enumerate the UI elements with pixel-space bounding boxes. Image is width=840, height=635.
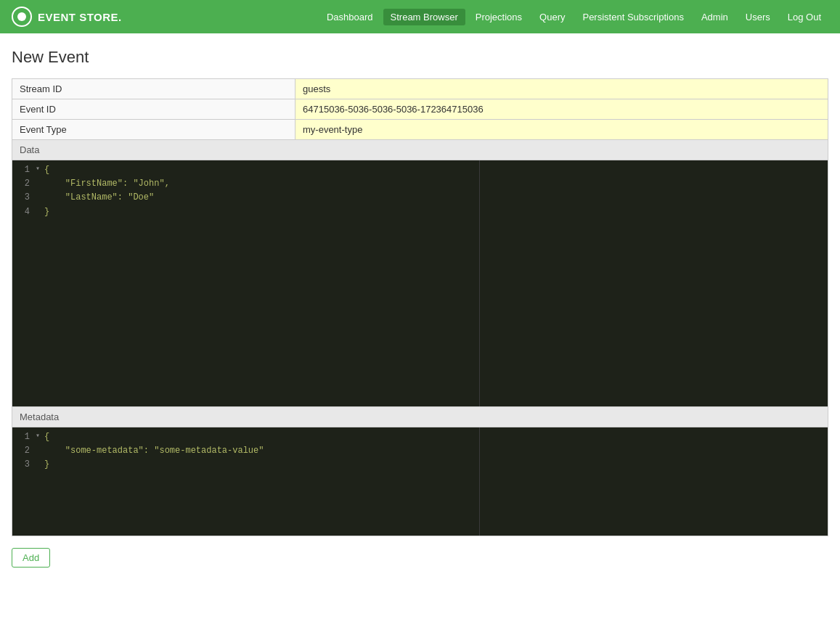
line-arrow: ▾ (36, 163, 44, 175)
line-number: 3 (12, 191, 36, 205)
event-id-row: Event ID 64715036-5036-5036-5036-1723647… (12, 99, 828, 120)
line-number: 1 (12, 430, 36, 444)
brand-logo (12, 7, 32, 27)
line-content: "LastName": "Doe" (44, 191, 154, 205)
stream-id-value[interactable]: guests (295, 79, 828, 99)
line-arrow: ▾ (36, 430, 44, 442)
data-editor-main[interactable]: 1▾{2 "FirstName": "John",3 "LastName": "… (12, 160, 479, 406)
nav-item-log-out[interactable]: Log Out (780, 9, 828, 25)
navbar: EVENT STORE. DashboardStream BrowserProj… (0, 0, 840, 33)
event-id-value[interactable]: 64715036-5036-5036-5036-172364715036 (295, 99, 828, 120)
line-content: } (44, 205, 49, 219)
metadata-editor-main[interactable]: 1▾{2 "some-metadata": "some-metadata-val… (12, 427, 479, 536)
code-line: 2 "FirstName": "John", (12, 177, 479, 191)
line-content: } (44, 458, 49, 472)
line-number: 2 (12, 444, 36, 458)
line-content: { (44, 163, 49, 177)
code-line: 1▾{ (12, 430, 479, 444)
metadata-editor-secondary (479, 427, 828, 536)
data-code-area: 1▾{2 "FirstName": "John",3 "LastName": "… (12, 160, 479, 222)
svg-point-1 (17, 12, 26, 21)
main-content: New Event Stream ID guests Event ID 6471… (0, 33, 840, 582)
line-content: { (44, 430, 49, 444)
metadata-code-area: 1▾{2 "some-metadata": "some-metadata-val… (12, 427, 479, 475)
nav-item-stream-browser[interactable]: Stream Browser (383, 9, 465, 25)
nav-item-persistent-subscriptions[interactable]: Persistent Subscriptions (575, 9, 690, 25)
event-type-label: Event Type (12, 120, 295, 140)
line-number: 1 (12, 163, 36, 177)
nav-menu: DashboardStream BrowserProjectionsQueryP… (319, 9, 828, 25)
line-content: "FirstName": "John", (44, 177, 170, 191)
code-line: 1▾{ (12, 163, 479, 177)
code-line: 2 "some-metadata": "some-metadata-value" (12, 444, 479, 458)
data-section-header: Data (12, 140, 828, 160)
brand-name: EVENT STORE. (38, 11, 122, 23)
form-table: Stream ID guests Event ID 64715036-5036-… (12, 78, 828, 140)
event-id-label: Event ID (12, 99, 295, 120)
code-line: 3 "LastName": "Doe" (12, 191, 479, 205)
add-button[interactable]: Add (12, 548, 50, 568)
nav-item-users[interactable]: Users (738, 9, 778, 25)
code-line: 4} (12, 205, 479, 219)
event-type-row: Event Type my-event-type (12, 120, 828, 140)
line-content: "some-metadata": "some-metadata-value" (44, 444, 264, 458)
line-number: 2 (12, 177, 36, 191)
stream-id-row: Stream ID guests (12, 79, 828, 99)
nav-item-dashboard[interactable]: Dashboard (319, 9, 380, 25)
page-title: New Event (12, 48, 828, 67)
nav-item-admin[interactable]: Admin (694, 9, 735, 25)
metadata-section-header: Metadata (12, 407, 828, 427)
event-type-value[interactable]: my-event-type (295, 120, 828, 140)
metadata-editor-wrapper: 1▾{2 "some-metadata": "some-metadata-val… (12, 427, 828, 536)
data-editor-secondary (479, 160, 828, 406)
nav-item-query[interactable]: Query (532, 9, 572, 25)
line-number: 3 (12, 458, 36, 472)
stream-id-label: Stream ID (12, 79, 295, 99)
line-number: 4 (12, 205, 36, 219)
brand: EVENT STORE. (12, 7, 122, 27)
data-editor-wrapper: 1▾{2 "FirstName": "John",3 "LastName": "… (12, 160, 828, 407)
nav-item-projections[interactable]: Projections (468, 9, 529, 25)
code-line: 3} (12, 458, 479, 472)
